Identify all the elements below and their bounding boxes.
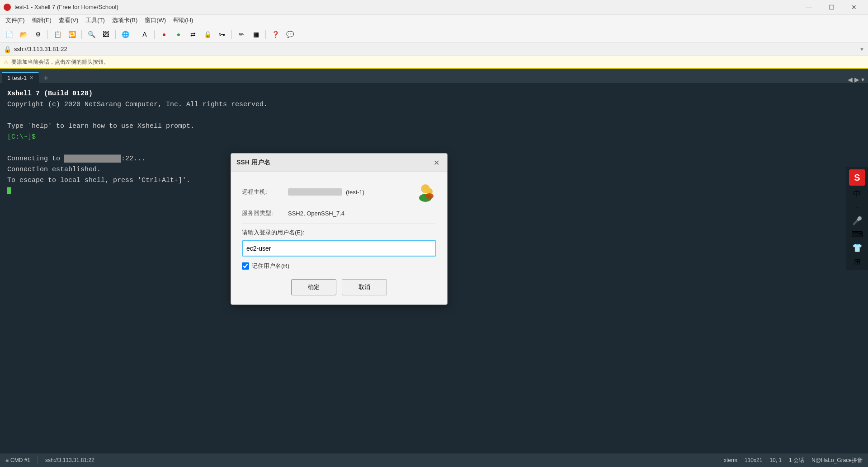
tab-test1[interactable]: 1 test-1 ✕	[2, 72, 39, 83]
menu-window[interactable]: 窗口(W)	[141, 15, 170, 25]
remember-username-label: 记住用户名(R)	[252, 262, 289, 270]
status-left: ≡ CMD #1	[5, 457, 30, 463]
toolbar: 📄 📂 ⚙ 📋 🔁 🔍 🖼 🌐 A ● ● ⇄ 🔒 🗝 ✏ ▦ ❓ 💬	[0, 26, 868, 42]
server-type-label: 服务器类型:	[242, 209, 283, 217]
modal-body: 远程主机: (test-1) 服务器类型:	[231, 172, 447, 304]
status-sep1	[38, 456, 38, 464]
menu-tools[interactable]: 工具(T)	[82, 15, 108, 25]
toolbar-sep6	[231, 30, 232, 39]
status-terminal: xterm	[724, 457, 737, 463]
tab-close-btn[interactable]: ✕	[29, 75, 33, 81]
status-bar: ≡ CMD #1 ssh://3.113.31.81:22 xterm 110x…	[0, 453, 868, 467]
toolbar-sep2	[81, 30, 82, 39]
address-url[interactable]: ssh://3.113.31.81:22	[14, 46, 857, 52]
remote-host-name: (test-1)	[346, 189, 364, 196]
modal-close-button[interactable]: ✕	[431, 157, 442, 168]
tab-nav-right: ◀ ▶ ▾	[848, 76, 868, 83]
toolbar-sep3	[115, 30, 116, 39]
toolbar-sep1	[47, 30, 48, 39]
toolbar-key[interactable]: 🗝	[216, 28, 228, 41]
menu-help[interactable]: 帮助(H)	[170, 15, 197, 25]
status-right: xterm 110x21 10, 1 1 会话 N@HaLo_Grace拼音	[724, 457, 863, 464]
toolbar-help[interactable]: ❓	[269, 28, 282, 41]
tab-add-button[interactable]: +	[40, 74, 52, 83]
server-type-value: SSH2, OpenSSH_7.4	[288, 210, 344, 217]
toolbar-sep5	[154, 30, 155, 39]
confirm-button[interactable]: 确定	[291, 279, 336, 295]
toolbar-btn3[interactable]: ⚙	[32, 28, 44, 41]
cancel-button[interactable]: 取消	[342, 279, 387, 295]
right-taskbar-icons: S 中 · 🎤 ⌨ 👕 ⊞	[846, 167, 868, 270]
menu-bar: 文件(F) 编辑(E) 查看(V) 工具(T) 选项卡(B) 窗口(W) 帮助(…	[0, 14, 868, 26]
toolbar-screenshot[interactable]: 🖼	[99, 28, 112, 41]
tab-nav-prev[interactable]: ◀	[848, 76, 853, 83]
svg-point-5	[425, 193, 434, 199]
username-input[interactable]	[242, 240, 436, 257]
minimize-button[interactable]: —	[798, 0, 819, 14]
address-bar: 🔒 ssh://3.113.31.81:22 ▼	[0, 42, 868, 56]
modal-input-section: 请输入登录的用户名(E):	[242, 229, 436, 257]
terminal-line-1: Copyright (c) 2020 NetSarang Computer, I…	[7, 99, 861, 110]
mic-icon[interactable]: 🎤	[851, 215, 863, 227]
chinese-input-icon[interactable]: 中	[852, 187, 862, 200]
menu-tabs[interactable]: 选项卡(B)	[108, 15, 141, 25]
terminal-line-5	[7, 143, 861, 154]
terminal-line-2	[7, 110, 861, 121]
lock-icon: 🔒	[4, 46, 11, 53]
address-dropdown[interactable]: ▼	[859, 47, 864, 52]
title-bar: test-1 - Xshell 7 (Free for Home/School)…	[0, 0, 868, 14]
modal-titlebar: SSH 用户名 ✕	[231, 154, 447, 172]
toolbar-sep7	[265, 30, 266, 39]
toolbar-arrows[interactable]: ⇄	[187, 28, 199, 41]
toolbar-red[interactable]: ●	[158, 28, 170, 41]
status-menu-icon[interactable]: ≡	[5, 457, 9, 463]
remember-username-checkbox[interactable]	[242, 262, 249, 270]
terminal-line-3: Type `help' to learn how to use Xshell p…	[7, 121, 861, 132]
toolbar-globe[interactable]: 🌐	[119, 28, 132, 41]
maximize-button[interactable]: ☐	[821, 0, 842, 14]
remote-host-blurred	[288, 188, 342, 196]
toolbar-list[interactable]: ▦	[250, 28, 262, 41]
terminal-line-4: [C:\~]$	[7, 132, 861, 143]
toolbar-green[interactable]: ●	[172, 28, 185, 41]
toolbar-font[interactable]: A	[138, 28, 151, 41]
toolbar-lock[interactable]: 🔒	[201, 28, 214, 41]
tab-nav-next[interactable]: ▶	[854, 76, 859, 83]
user-icon	[415, 182, 436, 202]
shirt-icon[interactable]: 👕	[851, 242, 863, 254]
window-controls: — ☐ ✕	[798, 0, 864, 14]
modal-remote-host-row: 远程主机: (test-1)	[242, 181, 436, 203]
toolbar-open[interactable]: 📂	[17, 28, 30, 41]
tab-label: 1 test-1	[7, 75, 27, 81]
close-button[interactable]: ✕	[844, 0, 864, 14]
status-position: 10, 1	[769, 457, 782, 463]
tab-nav-menu[interactable]: ▾	[861, 76, 864, 83]
menu-file[interactable]: 文件(F)	[2, 15, 28, 25]
toolbar-transfer[interactable]: 🔁	[66, 28, 78, 41]
main-area: Xshell 7 (Build 0128) Copyright (c) 2020…	[0, 83, 868, 453]
toolbar-sep4	[135, 30, 135, 39]
ssh-username-modal: SSH 用户名 ✕ 远程主机: (test-1)	[231, 153, 448, 305]
keyboard-icon[interactable]: ⌨	[850, 229, 864, 240]
window-title: test-1 - Xshell 7 (Free for Home/School)	[14, 4, 118, 10]
username-input-label: 请输入登录的用户名(E):	[242, 229, 436, 237]
toolbar-copy[interactable]: 📋	[51, 28, 64, 41]
remote-host-label: 远程主机:	[242, 188, 283, 196]
status-sessions: 1 会话	[789, 457, 804, 464]
menu-view[interactable]: 查看(V)	[55, 15, 82, 25]
modal-divider	[242, 224, 436, 224]
modal-title: SSH 用户名	[236, 159, 270, 167]
sogou-icon[interactable]: S	[849, 169, 865, 186]
user-icon-area	[415, 181, 436, 203]
toolbar-find[interactable]: 🔍	[85, 28, 98, 41]
terminal-line-0: Xshell 7 (Build 0128)	[7, 89, 861, 99]
menu-edit[interactable]: 编辑(E)	[28, 15, 55, 25]
toolbar-edit[interactable]: ✏	[235, 28, 248, 41]
info-text: 要添加当前会话，点击左侧的箭头按钮。	[11, 58, 109, 66]
toolbar-new[interactable]: 📄	[3, 28, 15, 41]
remote-host-value-area: (test-1)	[288, 188, 409, 196]
dot-icon[interactable]: ·	[855, 202, 859, 213]
status-address: ssh://3.113.31.81:22	[45, 457, 94, 463]
toolbar-chat[interactable]: 💬	[283, 28, 296, 41]
grid-icon[interactable]: ⊞	[853, 256, 862, 267]
